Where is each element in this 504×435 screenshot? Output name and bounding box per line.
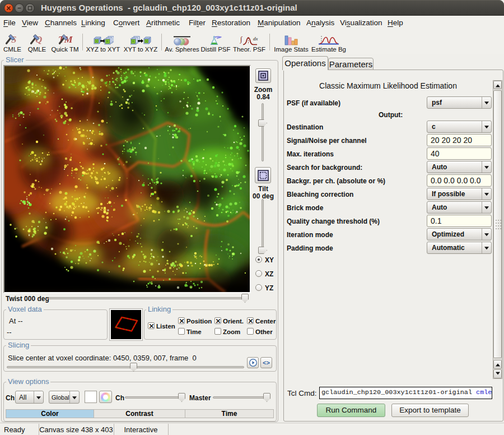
svg-text:dx: dx [253, 36, 258, 41]
svg-text:∫: ∫ [240, 36, 243, 44]
